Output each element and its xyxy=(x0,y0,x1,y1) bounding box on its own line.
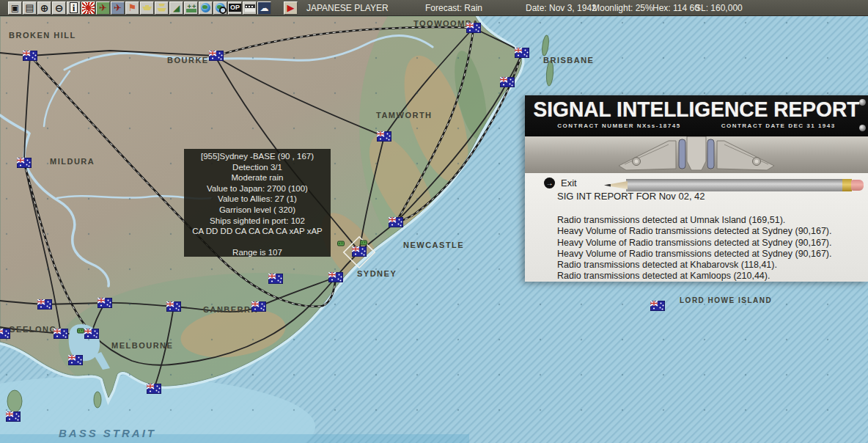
sigint-line: Radio transmissions detected at Kamloops… xyxy=(557,271,832,282)
top-toolbar: ▣ ▤ ⊕ ⊖ i ✈ ✈ ⚑ ◢ OP ☁ ▶ JAPANESE PLAYER… xyxy=(0,0,868,16)
ship-icon[interactable] xyxy=(140,1,154,15)
base-flag-lord-howe[interactable] xyxy=(650,301,665,311)
tooltip-line: Garrison level ( 320) xyxy=(184,205,331,216)
map-label-geelong: GEELONG xyxy=(9,325,57,334)
base-flag[interactable] xyxy=(147,384,161,394)
air-transfer-icon[interactable]: ✈ xyxy=(111,1,125,15)
globe-zoom-icon[interactable] xyxy=(213,1,227,15)
date-label: Date: Nov 3, 1942 xyxy=(526,0,597,16)
info-icon[interactable]: i xyxy=(67,1,81,15)
tooltip-line: Ships sighted in port: 102 xyxy=(184,216,331,227)
hex-label: Hex: 114 60 xyxy=(652,0,699,16)
map-label-sydney: SYDNEY xyxy=(357,269,397,278)
sigint-report-lines: Radio transmissions detected at Umnak Is… xyxy=(557,215,832,282)
base-flag[interactable] xyxy=(0,329,10,339)
map-label-lord-howe-island: LORD HOWE ISLAND xyxy=(680,296,772,304)
exit-label: Exit xyxy=(561,177,577,188)
signal-intelligence-panel: SIGNAL INTELLIGENCE REPORT CONTRACT NUMB… xyxy=(525,95,868,281)
objective-flag-icon[interactable]: ⚑ xyxy=(125,1,139,15)
map-label-tamworth: TAMWORTH xyxy=(376,111,433,120)
base-flag[interactable] xyxy=(500,77,515,87)
map-label-melbourne: MELBOURNE xyxy=(111,341,173,350)
map-label-broken-hill: BROKEN HILL xyxy=(9,31,76,40)
unit-marker[interactable] xyxy=(78,329,84,333)
sigint-contract-line: CONTRACT NUMBER NXss-18745 CONTRACT DATE… xyxy=(525,122,868,129)
task-force-icon[interactable] xyxy=(155,1,169,15)
sigint-line: Radio transmissions detected at Umnak Is… xyxy=(557,215,832,226)
tooltip-line: CA DD DD CA CA CA CA xAP xAP xyxy=(184,226,331,237)
unit-marker[interactable] xyxy=(361,241,367,245)
zoom-in-icon[interactable]: ⊕ xyxy=(37,1,51,15)
map-label-canberra: CANBERRA xyxy=(203,305,258,314)
base-flag-melbourne[interactable] xyxy=(84,329,99,339)
tooltip-range-line: Range is 107 xyxy=(184,247,331,258)
moonlight-label: Moonlight: 25% xyxy=(592,0,653,16)
sigint-line: Heavy Volume of Radio transmissions dete… xyxy=(557,249,832,260)
base-flag[interactable] xyxy=(98,298,112,308)
map-label-newcastle: NEWCASTLE xyxy=(403,241,464,249)
tooltip-line: Value to Japan: 2700 (100) xyxy=(184,183,331,194)
base-flag[interactable] xyxy=(268,274,283,284)
map-label-mildura: MILDURA xyxy=(50,157,95,166)
next-turn-icon[interactable]: ▶ xyxy=(284,1,298,15)
sea-level-label: SL: 160,000 xyxy=(695,0,743,16)
map-label-brisbane: BRISBANE xyxy=(543,56,594,65)
tooltip-line: Moderate rain xyxy=(184,172,331,183)
operations-icon[interactable]: OP xyxy=(228,1,242,15)
base-flag-tamworth[interactable] xyxy=(377,131,391,142)
base-flag-broken-hill[interactable] xyxy=(23,51,37,61)
exit-arrow-icon: → xyxy=(544,177,555,188)
base-flag-geelong[interactable] xyxy=(54,329,68,339)
base-info-tooltip: [955]Sydney -BASE (90 , 167) Detection 3… xyxy=(184,149,331,257)
forecast-label: Forecast: Rain xyxy=(425,0,482,16)
tooltip-line: Detection 3/1 xyxy=(184,162,331,173)
exit-button[interactable]: → Exit xyxy=(544,177,577,188)
japan-flag-icon[interactable] xyxy=(81,1,95,15)
tooltip-line: [955]Sydney -BASE (90 , 167) xyxy=(184,151,331,162)
base-flag-brisbane[interactable] xyxy=(515,48,529,58)
air-combat-icon[interactable]: ✈ xyxy=(96,1,110,15)
tooltip-line xyxy=(184,237,331,248)
report-icon[interactable]: ▤ xyxy=(23,1,37,15)
globe-icon[interactable] xyxy=(199,1,213,15)
base-flag[interactable] xyxy=(68,355,83,365)
amphibious-icon[interactable]: ◢ xyxy=(169,1,183,15)
contract-date: CONTRACT DATE DEC 31 1943 xyxy=(721,122,836,129)
base-flag-newcastle[interactable] xyxy=(352,246,367,257)
save-icon[interactable]: ▣ xyxy=(8,1,22,15)
base-flag-canberra[interactable] xyxy=(251,301,266,312)
sigint-paper: → Exit SIG INT REPORT FOR Nov 02, 42 Rad… xyxy=(525,173,868,282)
map-label-bourke: BOURKE xyxy=(167,56,209,65)
base-flag-bourke[interactable] xyxy=(209,51,224,61)
screw-icon xyxy=(859,99,866,106)
ground-forces-icon[interactable] xyxy=(184,1,198,15)
base-flag[interactable] xyxy=(389,217,403,227)
unit-marker[interactable] xyxy=(338,241,345,246)
ruler-icon[interactable] xyxy=(243,1,257,15)
screw-icon xyxy=(859,125,866,131)
weather-icon[interactable]: ☁ xyxy=(257,1,271,15)
sigint-report-heading: SIG INT REPORT FOR Nov 02, 42 xyxy=(557,191,705,202)
base-flag-toowoomba[interactable] xyxy=(466,23,481,33)
tooltip-line: Value to Allies: 27 (1) xyxy=(184,194,331,205)
base-flag-sydney[interactable] xyxy=(328,272,343,282)
sigint-line: Radio transmissions detected at Khabarov… xyxy=(557,260,832,271)
player-label: JAPANESE PLAYER xyxy=(306,0,389,16)
base-flag-mildura[interactable] xyxy=(17,158,32,168)
map-label-bass-strait: BASS STRAIT xyxy=(59,427,156,439)
sigint-title: SIGNAL INTELLIGENCE REPORT xyxy=(530,95,863,122)
base-flag[interactable] xyxy=(37,299,52,310)
clipboard-clip xyxy=(525,136,868,173)
zoom-out-icon[interactable]: ⊖ xyxy=(52,1,66,15)
base-flag-king-island[interactable] xyxy=(6,411,21,422)
base-flag[interactable] xyxy=(166,301,181,312)
sigint-line: Heavy Volume of Radio transmissions dete… xyxy=(557,226,832,237)
sigint-banner: SIGNAL INTELLIGENCE REPORT CONTRACT NUMB… xyxy=(525,95,868,136)
contract-number: CONTRACT NUMBER NXss-18745 xyxy=(557,122,680,129)
sigint-line: Heavy Volume of Radio transmissions dete… xyxy=(557,238,832,249)
pencil-graphic xyxy=(604,179,864,191)
